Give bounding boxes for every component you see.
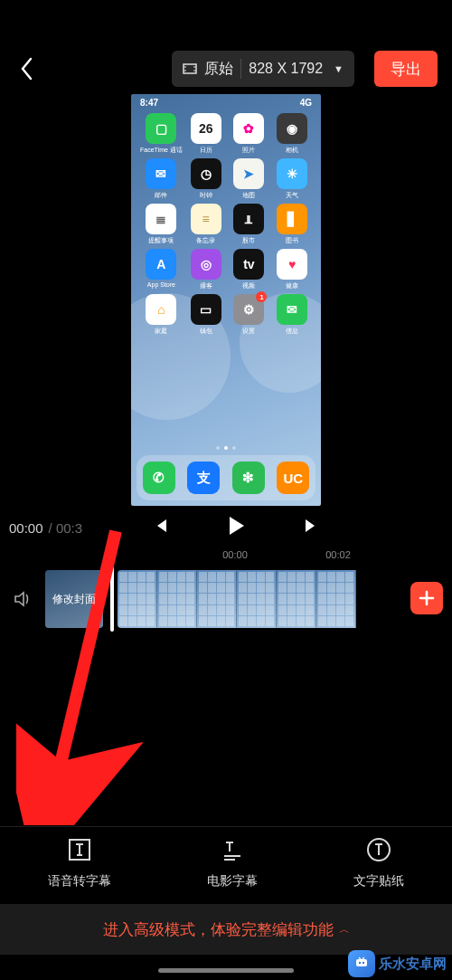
phone-app: ◎播客 xyxy=(186,249,226,290)
pager-dots xyxy=(131,446,321,450)
phone-app: AApp Store xyxy=(140,249,183,290)
dock-app-icon: 支 xyxy=(187,461,220,494)
tool-label: 文字贴纸 xyxy=(353,873,404,890)
app-label: 日历 xyxy=(200,146,212,155)
add-clip-button[interactable] xyxy=(410,582,443,614)
resolution-value: 828 X 1792 xyxy=(249,61,323,77)
clip-frame xyxy=(118,570,157,628)
app-label: 设置 xyxy=(242,327,255,336)
export-button[interactable]: 导出 xyxy=(374,51,438,87)
app-label: 视频 xyxy=(242,281,255,290)
app-icon: ▋ xyxy=(277,204,307,234)
app-icon: A xyxy=(146,249,176,280)
movie-subtitle-icon xyxy=(219,836,246,866)
tool-voice-subtitle[interactable]: 语音转字幕 xyxy=(48,836,111,890)
app-icon: ◉ xyxy=(277,113,307,144)
app-icon: ⌂ xyxy=(146,294,176,325)
app-label: 钱包 xyxy=(200,327,212,336)
clip-strip[interactable] xyxy=(118,570,452,628)
bottom-toolbar: 语音转字幕电影字幕文字贴纸 xyxy=(0,826,452,899)
phone-app: 26日历 xyxy=(186,113,226,155)
cover-thumbnail[interactable]: 修改封面 xyxy=(45,570,103,628)
ruler-mark: 00:00 xyxy=(219,549,251,567)
watermark-logo-icon xyxy=(348,950,375,977)
app-icon: tv xyxy=(233,249,264,280)
app-label: 健康 xyxy=(286,281,298,290)
app-icon: ✿ xyxy=(233,113,264,144)
voice-subtitle-icon xyxy=(66,836,93,866)
svg-rect-0 xyxy=(184,64,196,73)
advanced-mode-label: 进入高级模式，体验完整编辑功能 xyxy=(103,919,334,940)
dock-app-icon: UC xyxy=(277,461,309,494)
app-icon: ♥ xyxy=(277,249,307,280)
app-label: FaceTime 通话 xyxy=(140,146,183,155)
svg-point-5 xyxy=(359,962,361,964)
app-label: 照片 xyxy=(242,146,255,155)
time-current: 00:00 xyxy=(9,520,43,536)
caret-down-icon: ▼ xyxy=(334,63,344,74)
app-icon: ◎ xyxy=(191,249,221,280)
tool-movie-subtitle[interactable]: 电影字幕 xyxy=(207,836,258,890)
app-icon: ▢ xyxy=(146,113,176,144)
phone-app: ▭钱包 xyxy=(186,294,226,336)
app-icon: ✉ xyxy=(277,294,307,325)
phone-app: ➤地图 xyxy=(230,158,269,200)
app-icon: 26 xyxy=(191,113,221,144)
phone-app: ✿照片 xyxy=(230,113,269,155)
playhead[interactable] xyxy=(110,566,114,632)
phone-app: ⌂家庭 xyxy=(140,294,183,336)
phone-app: ☀天气 xyxy=(272,158,312,200)
phone-time: 8:47 xyxy=(140,98,158,108)
cover-label: 修改封面 xyxy=(52,592,96,607)
app-label: App Store xyxy=(147,281,175,288)
next-frame-button[interactable] xyxy=(302,517,320,538)
phone-app: ✉邮件 xyxy=(140,158,183,200)
preview-canvas[interactable]: 8:47 4G ▢FaceTime 通话26日历✿照片◉相机✉邮件◷时钟➤地图☀… xyxy=(0,94,452,506)
clip-frame xyxy=(237,570,277,628)
svg-rect-4 xyxy=(356,959,367,966)
phone-app: ≡备忘录 xyxy=(186,204,226,245)
mute-icon[interactable] xyxy=(0,589,45,609)
phone-preview: 8:47 4G ▢FaceTime 通话26日历✿照片◉相机✉邮件◷时钟➤地图☀… xyxy=(131,94,321,506)
export-label: 导出 xyxy=(391,59,421,80)
tool-text-sticker[interactable]: 文字贴纸 xyxy=(353,836,404,890)
app-label: 时钟 xyxy=(200,191,212,200)
app-label: 图书 xyxy=(286,236,298,245)
aspect-icon xyxy=(183,62,197,76)
svg-point-6 xyxy=(363,962,364,964)
phone-app: ⚙1设置 xyxy=(230,294,269,336)
app-label: 地图 xyxy=(242,191,255,200)
dock-app-icon: ❇ xyxy=(232,461,265,494)
app-icon: ⫫ xyxy=(233,204,264,234)
clip-frame xyxy=(277,570,316,628)
phone-app: ◉相机 xyxy=(272,113,312,155)
phone-app: ♥健康 xyxy=(272,249,312,290)
app-icon: ⚙1 xyxy=(233,294,264,325)
back-button[interactable] xyxy=(14,56,40,81)
time-total: 00:3 xyxy=(56,520,82,536)
phone-app: ⫫股市 xyxy=(230,204,269,245)
app-icon: ✉ xyxy=(146,158,176,189)
resolution-selector[interactable]: 原始 828 X 1792 ▼ xyxy=(172,51,354,87)
timeline[interactable]: 修改封面 xyxy=(0,567,452,631)
app-icon: ≣ xyxy=(146,204,176,234)
chevron-up-icon: ︿ xyxy=(339,922,350,937)
tool-label: 电影字幕 xyxy=(207,873,258,890)
app-icon: ☀ xyxy=(277,158,307,189)
play-button[interactable] xyxy=(224,514,248,541)
app-label: 股市 xyxy=(242,236,255,245)
app-label: 邮件 xyxy=(155,191,167,200)
clip-frame xyxy=(157,570,197,628)
watermark-text: 乐水安卓网 xyxy=(379,956,447,973)
app-label: 提醒事项 xyxy=(148,236,174,245)
clip-frame xyxy=(316,570,356,628)
app-icon: ◷ xyxy=(191,158,221,189)
dock-app-icon: ✆ xyxy=(143,461,175,494)
phone-app: ▢FaceTime 通话 xyxy=(140,113,183,155)
app-icon: ➤ xyxy=(233,158,264,189)
prev-frame-button[interactable] xyxy=(152,517,170,538)
phone-signal: 4G xyxy=(300,98,312,108)
phone-app: ◷时钟 xyxy=(186,158,226,200)
app-label: 天气 xyxy=(286,191,298,200)
app-label: 播客 xyxy=(200,281,212,290)
